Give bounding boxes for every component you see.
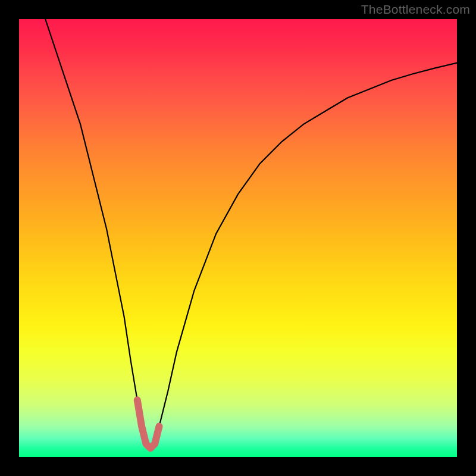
- optimal-highlight-path: [137, 400, 159, 448]
- bottleneck-curve-path: [45, 19, 457, 448]
- plot-area: [19, 19, 457, 457]
- watermark-text: TheBottleneck.com: [361, 2, 470, 17]
- curve-svg: [19, 19, 457, 457]
- chart-frame: TheBottleneck.com: [0, 0, 476, 476]
